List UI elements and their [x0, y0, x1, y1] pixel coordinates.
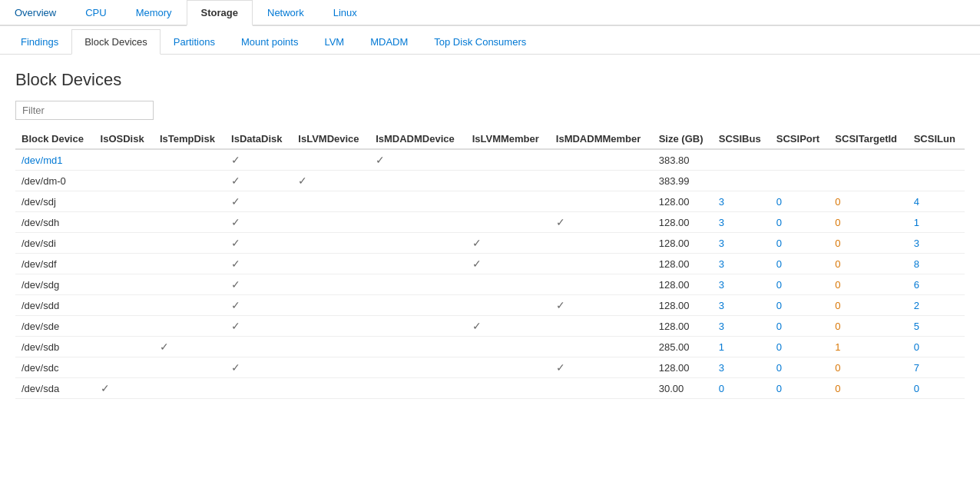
- col-header-scsibus: SCSIBus: [713, 129, 770, 149]
- table-cell: 8: [908, 254, 965, 274]
- table-cell: 128.00: [653, 212, 713, 233]
- table-cell: [369, 254, 466, 274]
- table-row: /dev/sdf✓✓128.003008: [15, 254, 965, 274]
- table-cell: [466, 212, 550, 233]
- top-nav-item-cpu[interactable]: CPU: [71, 0, 121, 26]
- table-cell: 7: [908, 357, 965, 378]
- top-nav-item-storage[interactable]: Storage: [187, 0, 253, 26]
- col-header-istempdisk: IsTempDisk: [154, 129, 225, 149]
- top-nav-item-overview[interactable]: Overview: [0, 0, 71, 26]
- table-cell: 1: [908, 212, 965, 233]
- table-cell: [466, 149, 550, 171]
- table-row: /dev/sde✓✓128.003005: [15, 316, 965, 337]
- table-cell: 0: [770, 378, 829, 399]
- table-cell: [154, 191, 225, 212]
- col-header-block-device: Block Device: [15, 129, 94, 149]
- table-cell: ✓: [225, 316, 292, 337]
- table-cell: 3: [713, 316, 770, 337]
- table-cell: [550, 233, 653, 254]
- table-cell: [550, 171, 653, 191]
- table-cell: [154, 149, 225, 171]
- table-cell: 3: [713, 295, 770, 316]
- table-cell: 3: [713, 191, 770, 212]
- table-cell: 0: [770, 295, 829, 316]
- table-cell: ✓: [225, 274, 292, 295]
- top-nav-item-network[interactable]: Network: [253, 0, 319, 26]
- table-cell: 3: [713, 274, 770, 295]
- table-cell: 383.99: [653, 171, 713, 191]
- table-cell: 128.00: [653, 191, 713, 212]
- sub-nav-item-mdadm[interactable]: MDADM: [357, 29, 421, 55]
- col-header-ismdadmmember: IsMDADMMember: [550, 129, 653, 149]
- table-cell: 0: [829, 212, 907, 233]
- table-cell: [154, 171, 225, 191]
- col-header-isosdisk: IsOSDisk: [94, 129, 154, 149]
- table-cell: /dev/sde: [15, 316, 94, 337]
- table-cell: 0: [770, 191, 829, 212]
- table-cell: ✓: [225, 212, 292, 233]
- table-row: /dev/sdi✓✓128.003003: [15, 233, 965, 254]
- table-row: /dev/sdh✓✓128.003001: [15, 212, 965, 233]
- table-cell: [292, 149, 369, 171]
- table-cell: 2: [908, 295, 965, 316]
- table-row: /dev/sda✓30.000000: [15, 378, 965, 399]
- table-cell: [292, 274, 369, 295]
- table-cell: 0: [829, 233, 907, 254]
- main-content: Block Devices Block DeviceIsOSDiskIsTemp…: [0, 55, 980, 414]
- table-body: /dev/md1✓✓383.80/dev/dm-0✓✓383.99/dev/sd…: [15, 149, 965, 399]
- sub-nav-item-block-devices[interactable]: Block Devices: [71, 29, 161, 55]
- sub-navigation: FindingsBlock DevicesPartitionsMount poi…: [0, 29, 980, 55]
- col-header-size--gb-: Size (GB): [653, 129, 713, 149]
- sub-nav-item-mount-points[interactable]: Mount points: [228, 29, 311, 55]
- sub-nav-item-findings[interactable]: Findings: [8, 29, 71, 55]
- sub-nav-item-lvm[interactable]: LVM: [311, 29, 357, 55]
- table-cell: [154, 212, 225, 233]
- top-nav-item-memory[interactable]: Memory: [121, 0, 187, 26]
- table-cell: /dev/sdg: [15, 274, 94, 295]
- table-cell: 3: [713, 254, 770, 274]
- table-cell: 0: [770, 274, 829, 295]
- table-cell: 0: [908, 337, 965, 357]
- table-cell: [550, 254, 653, 274]
- table-cell: [292, 254, 369, 274]
- table-cell: [713, 171, 770, 191]
- table-cell: [292, 357, 369, 378]
- table-cell: [292, 378, 369, 399]
- table-cell: [369, 316, 466, 337]
- table-cell: [369, 295, 466, 316]
- table-header-row: Block DeviceIsOSDiskIsTempDiskIsDataDisk…: [15, 129, 965, 149]
- sub-nav-item-partitions[interactable]: Partitions: [161, 29, 228, 55]
- table-cell[interactable]: /dev/md1: [15, 149, 94, 171]
- table-cell: [225, 378, 292, 399]
- table-cell: 1: [829, 337, 907, 357]
- table-cell: 5: [908, 316, 965, 337]
- table-cell: ✓: [369, 149, 466, 171]
- table-cell: [154, 233, 225, 254]
- table-cell: 0: [829, 357, 907, 378]
- table-cell: 128.00: [653, 316, 713, 337]
- col-header-islvmmember: IsLVMMember: [466, 129, 550, 149]
- sub-nav-item-top-disk-consumers[interactable]: Top Disk Consumers: [421, 29, 539, 55]
- table-cell: ✓: [225, 233, 292, 254]
- table-cell: [94, 212, 154, 233]
- table-cell: 4: [908, 191, 965, 212]
- table-cell: 0: [908, 378, 965, 399]
- table-cell: [550, 337, 653, 357]
- table-cell: 0: [713, 378, 770, 399]
- table-cell: [369, 171, 466, 191]
- table-cell: [225, 337, 292, 357]
- table-cell: 3: [713, 212, 770, 233]
- table-cell: 128.00: [653, 295, 713, 316]
- table-cell: [908, 171, 965, 191]
- table-cell: [94, 337, 154, 357]
- top-nav-item-linux[interactable]: Linux: [319, 0, 372, 26]
- table-cell: 128.00: [653, 254, 713, 274]
- table-cell: ✓: [466, 316, 550, 337]
- table-cell: [94, 295, 154, 316]
- table-row: /dev/sdb✓285.001010: [15, 337, 965, 357]
- table-cell: 128.00: [653, 274, 713, 295]
- table-cell: [94, 357, 154, 378]
- table-cell: [369, 378, 466, 399]
- filter-input[interactable]: [15, 101, 154, 120]
- table-cell: ✓: [466, 233, 550, 254]
